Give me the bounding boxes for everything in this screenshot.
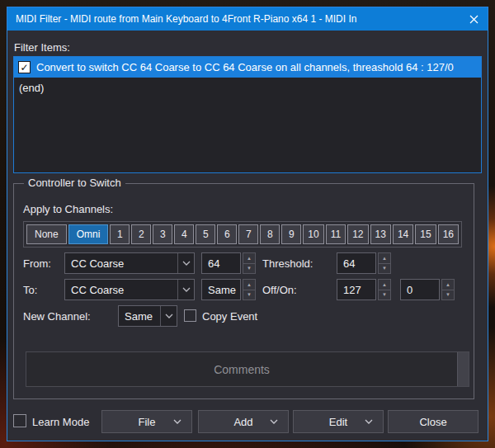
copy-event-label: Copy Event	[202, 310, 257, 323]
filter-items-label: Filter Items:	[14, 41, 70, 54]
chevron-down-icon[interactable]	[160, 306, 177, 326]
chevron-down-icon	[173, 419, 182, 424]
channel-button-omni[interactable]: Omni	[68, 224, 109, 244]
threshold-input[interactable]: 64	[337, 252, 376, 274]
from-value-stepper: ▲ ▼	[243, 252, 256, 274]
to-value-stepper: ▲ ▼	[243, 279, 256, 300]
spin-up-icon[interactable]: ▲	[441, 279, 455, 290]
from-type-value: CC Coarse	[65, 257, 177, 270]
spin-up-icon[interactable]: ▲	[378, 252, 391, 264]
edit-button-label: Edit	[329, 416, 347, 428]
channel-button-1[interactable]: 1	[110, 224, 130, 244]
add-button[interactable]: Add	[198, 410, 289, 433]
off-value-input[interactable]: 127	[337, 279, 376, 300]
channel-button-15[interactable]: 15	[415, 224, 436, 244]
from-label: From:	[23, 257, 51, 270]
threshold-label: Threshold:	[262, 257, 313, 270]
from-type-dropdown[interactable]: CC Coarse	[64, 252, 195, 274]
to-label: To:	[23, 284, 37, 296]
edit-button[interactable]: Edit	[293, 410, 384, 433]
list-item-selected[interactable]: ✓ Convert to switch CC 64 Coarse to CC 6…	[14, 57, 481, 78]
channel-button-3[interactable]: 3	[153, 224, 172, 244]
close-button-label: Close	[419, 416, 446, 428]
to-type-value: CC Coarse	[65, 284, 177, 296]
file-button-label: File	[139, 416, 156, 428]
spin-down-icon[interactable]: ▼	[243, 264, 256, 275]
channel-button-bar: None Omni 1 2 3 4 5 6 7 8 9 10 11 12 13 …	[23, 221, 462, 248]
to-value-input[interactable]: Same	[201, 279, 241, 300]
midi-filter-dialog: MIDI Filter - MIDI route from Main Keybo…	[7, 7, 488, 441]
channel-button-8[interactable]: 8	[260, 224, 280, 244]
comments-scrollbar[interactable]	[457, 352, 469, 386]
channel-button-2[interactable]: 2	[131, 224, 151, 244]
on-value-stepper: ▲ ▼	[441, 279, 455, 300]
spin-down-icon[interactable]: ▼	[378, 264, 391, 275]
chevron-down-icon	[270, 419, 278, 424]
learn-mode-label: Learn Mode	[32, 416, 89, 428]
from-value-input[interactable]: 64	[201, 252, 241, 274]
channel-button-10[interactable]: 10	[303, 224, 323, 244]
list-item-end[interactable]: (end)	[14, 78, 481, 97]
spin-up-icon[interactable]: ▲	[378, 279, 391, 290]
chevron-down-icon	[365, 419, 373, 424]
comments-placeholder: Comments	[214, 363, 270, 376]
spin-down-icon[interactable]: ▼	[243, 290, 256, 301]
channel-button-6[interactable]: 6	[217, 224, 237, 244]
channel-button-5[interactable]: 5	[196, 224, 215, 244]
channel-button-none[interactable]: None	[26, 224, 67, 244]
channel-button-11[interactable]: 11	[326, 224, 346, 244]
channel-button-9[interactable]: 9	[281, 224, 301, 244]
offon-label: Off/On:	[262, 284, 297, 296]
spin-down-icon[interactable]: ▼	[441, 290, 455, 301]
comments-input[interactable]: Comments	[26, 352, 457, 386]
to-type-dropdown[interactable]: CC Coarse	[64, 279, 195, 300]
close-button[interactable]: Close	[388, 410, 478, 433]
threshold-stepper: ▲ ▼	[378, 252, 391, 274]
close-window-button[interactable]	[460, 7, 488, 31]
close-icon	[469, 15, 478, 24]
group-legend: Controller to Switch	[24, 177, 125, 189]
on-value-input[interactable]: 0	[400, 279, 440, 300]
spin-up-icon[interactable]: ▲	[243, 279, 256, 290]
new-channel-label: New Channel:	[23, 310, 91, 323]
copy-event-checkbox[interactable]	[184, 309, 196, 322]
titlebar[interactable]: MIDI Filter - MIDI route from Main Keybo…	[7, 7, 488, 31]
add-button-label: Add	[233, 416, 252, 428]
comments-box: Comments	[26, 351, 469, 387]
channel-button-7[interactable]: 7	[238, 224, 258, 244]
learn-mode-checkbox[interactable]	[13, 414, 26, 427]
window-title: MIDI Filter - MIDI route from Main Keybo…	[7, 13, 356, 25]
filter-items-list[interactable]: ✓ Convert to switch CC 64 Coarse to CC 6…	[13, 56, 482, 173]
spin-down-icon[interactable]: ▼	[378, 290, 391, 301]
off-value-stepper: ▲ ▼	[378, 279, 391, 300]
list-item-checkbox[interactable]: ✓	[18, 61, 31, 73]
channel-button-12[interactable]: 12	[347, 224, 368, 244]
chevron-down-icon[interactable]	[177, 253, 194, 273]
chevron-down-icon[interactable]	[177, 280, 194, 299]
list-item-text: Convert to switch CC 64 Coarse to CC 64 …	[36, 61, 454, 73]
list-end-text: (end)	[19, 82, 44, 94]
new-channel-dropdown[interactable]: Same	[118, 305, 177, 327]
channel-button-13[interactable]: 13	[370, 224, 391, 244]
channel-button-14[interactable]: 14	[393, 224, 413, 244]
channel-button-4[interactable]: 4	[174, 224, 194, 244]
channel-button-16[interactable]: 16	[438, 224, 459, 244]
new-channel-value: Same	[119, 310, 160, 323]
file-button[interactable]: File	[101, 410, 192, 433]
spin-up-icon[interactable]: ▲	[243, 252, 256, 264]
apply-to-channels-label: Apply to Channels:	[23, 203, 113, 215]
